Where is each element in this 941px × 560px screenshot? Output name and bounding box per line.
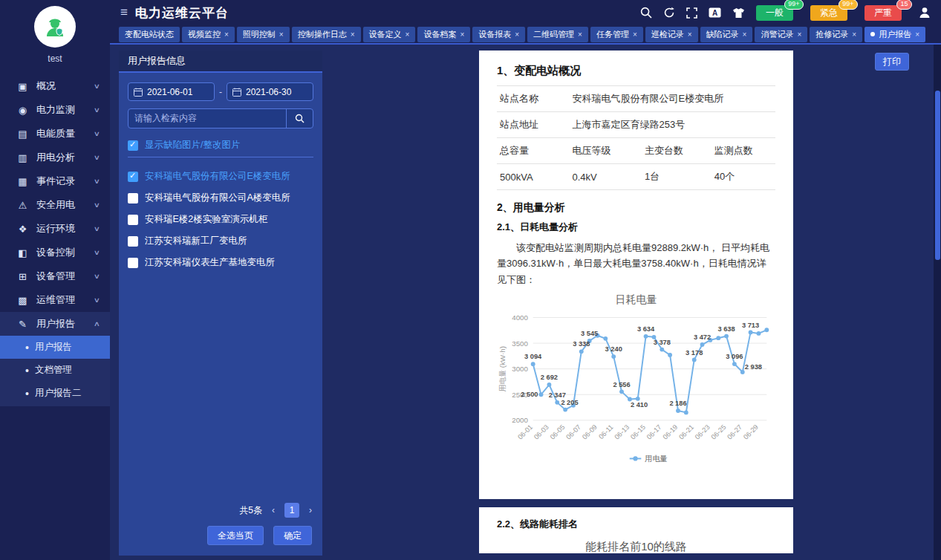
tab-close-icon[interactable]: × <box>797 30 801 39</box>
tab-设备档案[interactable]: 设备档案× <box>417 27 470 42</box>
alarm-button-1[interactable]: 一般99+ <box>756 5 793 21</box>
refresh-icon[interactable] <box>663 7 675 19</box>
sidebar-item-label: 运行环境 <box>36 222 75 235</box>
tab-巡检记录[interactable]: 巡检记录× <box>645 27 698 42</box>
sidebar-item-user-report[interactable]: ✎用户报告∧ <box>0 312 110 336</box>
svg-text:06-01: 06-01 <box>516 423 534 441</box>
tab-close-icon[interactable]: × <box>351 30 355 39</box>
pagination-page-1[interactable]: 1 <box>284 503 299 518</box>
tab-label: 变配电站状态 <box>125 29 174 40</box>
station-checkbox-item[interactable]: 江苏安科瑞新工厂变电所 <box>128 230 313 252</box>
tab-label: 任务管理 <box>596 29 629 40</box>
tab-close-icon[interactable]: × <box>224 30 229 39</box>
tab-label: 巡检记录 <box>651 29 684 40</box>
checkbox-unchecked[interactable] <box>128 215 138 225</box>
svg-text:06-17: 06-17 <box>645 423 663 441</box>
tab-控制操作日志[interactable]: 控制操作日志× <box>292 27 361 42</box>
alarm-button-3[interactable]: 严重15 <box>865 5 902 21</box>
sidebar-item-power-quality[interactable]: ▤电能质量∨ <box>0 122 110 146</box>
tab-label: 缺陷记录 <box>706 29 739 40</box>
svg-text:06-07: 06-07 <box>564 423 582 441</box>
tab-消警记录[interactable]: 消警记录× <box>755 27 807 42</box>
sidebar-item-overview[interactable]: ▣概况∨ <box>0 74 110 98</box>
search-button[interactable] <box>286 109 313 128</box>
checkbox-unchecked[interactable] <box>128 193 138 204</box>
tab-close-icon[interactable]: × <box>515 30 519 39</box>
sidebar-subitem-user-report[interactable]: •用户报告 <box>0 336 110 359</box>
svg-text:2 347: 2 347 <box>549 391 566 399</box>
tab-任务管理[interactable]: 任务管理× <box>590 27 643 42</box>
tab-用户报告[interactable]: 用户报告× <box>865 27 925 42</box>
print-button[interactable]: 打印 <box>875 53 909 71</box>
tab-设备报表[interactable]: 设备报表× <box>472 27 525 42</box>
table-cell: 站点名称 <box>497 86 570 112</box>
tab-视频监控[interactable]: 视频监控× <box>182 27 235 42</box>
station-checkbox-item[interactable]: 江苏安科瑞仪表生产基地变电所 <box>128 252 313 273</box>
table-cell: 上海市嘉定区育绿路253号 <box>570 112 776 138</box>
chevron-down-icon: ∨ <box>94 225 100 232</box>
tab-close-icon[interactable]: × <box>406 30 410 39</box>
svg-text:06-21: 06-21 <box>677 423 695 441</box>
line-chart-svg: 20002500300035004000用电量 (kW·h)06-0106-03… <box>497 307 775 469</box>
sidebar-item-event-log[interactable]: ▦事件记录∨ <box>0 169 110 193</box>
divider <box>128 157 313 157</box>
tab-close-icon[interactable]: × <box>743 30 747 39</box>
sidebar-item-device-management[interactable]: ⊞设备管理∨ <box>0 264 110 288</box>
tab-抢修记录[interactable]: 抢修记录× <box>810 27 862 42</box>
sidebar-item-ops-management[interactable]: ▩运维管理∨ <box>0 288 110 312</box>
date-from-input[interactable]: 2021-06-01 <box>128 82 215 101</box>
search-icon[interactable] <box>640 7 652 19</box>
sidebar-item-power-monitoring[interactable]: ◉电力监测∨ <box>0 98 110 122</box>
tab-close-icon[interactable]: × <box>688 30 692 39</box>
search-icon <box>295 114 305 123</box>
tab-close-icon[interactable]: × <box>915 30 919 39</box>
sidebar-item-safe-electricity[interactable]: ⚠安全用电∨ <box>0 193 110 217</box>
menu-toggle-icon[interactable]: ≡ <box>120 5 128 20</box>
select-all-button[interactable]: 全选当页 <box>207 526 264 545</box>
tab-close-icon[interactable]: × <box>578 30 582 39</box>
scrollbar-thumb[interactable] <box>935 91 940 260</box>
station-checkbox-item[interactable]: 安科瑞电气股份有限公司A楼变电所 <box>128 187 313 209</box>
sidebar-subitem-document-management[interactable]: •文档管理 <box>0 359 110 382</box>
checkbox-checked[interactable] <box>128 140 138 151</box>
fullscreen-icon[interactable] <box>686 7 697 19</box>
svg-text:3 713: 3 713 <box>742 322 759 329</box>
sidebar: test ▣概况∨◉电力监测∨▤电能质量∨▥用电分析∨▦事件记录∨⚠安全用电∨❖… <box>0 0 110 560</box>
checkbox-unchecked[interactable] <box>128 258 138 268</box>
user-icon[interactable] <box>919 7 931 19</box>
tab-close-icon[interactable]: × <box>633 30 637 39</box>
date-separator: - <box>219 87 222 97</box>
theme-icon[interactable] <box>732 7 745 19</box>
station-checkbox-item[interactable]: 安科瑞E楼2楼实验室演示机柜 <box>128 209 313 230</box>
tab-设备定义[interactable]: 设备定义× <box>363 27 416 42</box>
scrollbar-track[interactable] <box>934 45 941 560</box>
sidebar-item-operating-environment[interactable]: ❖运行环境∨ <box>0 217 110 241</box>
chevron-down-icon: ∨ <box>94 201 100 209</box>
station-checkbox-item[interactable]: 安科瑞电气股份有限公司E楼变电所 <box>128 166 313 187</box>
svg-text:A: A <box>712 9 717 17</box>
tab-close-icon[interactable]: × <box>460 30 464 39</box>
date-to-input[interactable]: 2021-06-30 <box>227 82 313 101</box>
confirm-button[interactable]: 确定 <box>273 526 312 545</box>
checkbox-checked[interactable] <box>128 172 138 182</box>
table-cell: 40个 <box>712 164 775 190</box>
tab-close-icon[interactable]: × <box>279 30 284 39</box>
checkbox-unchecked[interactable] <box>128 236 138 247</box>
option-item[interactable]: 显示缺陷图片/整改图片 <box>128 134 313 156</box>
user-avatar[interactable] <box>34 6 76 48</box>
search-input[interactable]: 请输入检索内容 <box>128 109 286 128</box>
alarm-button-2[interactable]: 紧急99+ <box>810 5 847 21</box>
tab-照明控制[interactable]: 照明控制× <box>237 27 290 42</box>
translate-icon[interactable]: A <box>709 7 721 19</box>
tab-变配电站状态[interactable]: 变配电站状态 <box>119 27 180 42</box>
app-title: 电力运维云平台 <box>135 4 229 22</box>
sidebar-subitem-user-report-2[interactable]: •用户报告二 <box>0 382 110 405</box>
pagination-prev-icon[interactable]: ‹ <box>272 505 275 515</box>
tab-close-icon[interactable]: × <box>852 30 856 39</box>
tab-二维码管理[interactable]: 二维码管理× <box>527 27 588 42</box>
sidebar-item-device-control[interactable]: ◧设备控制∨ <box>0 241 110 264</box>
tab-缺陷记录[interactable]: 缺陷记录× <box>700 27 753 42</box>
sidebar-item-electricity-analysis[interactable]: ▥用电分析∨ <box>0 146 110 169</box>
pagination-next-icon[interactable]: › <box>309 505 312 515</box>
station-list: 安科瑞电气股份有限公司E楼变电所安科瑞电气股份有限公司A楼变电所安科瑞E楼2楼实… <box>128 166 313 273</box>
